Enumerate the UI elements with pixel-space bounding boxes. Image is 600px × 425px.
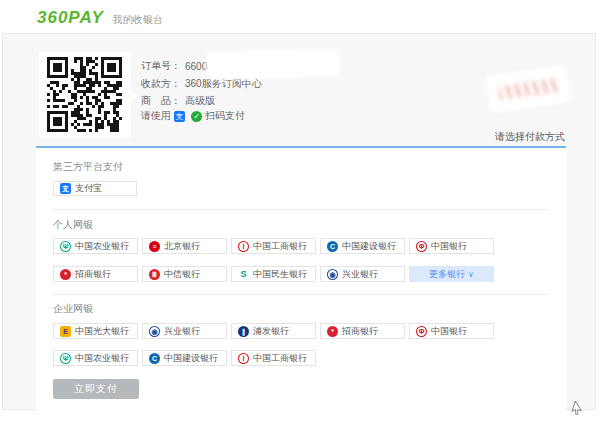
scan-prefix: 请使用 (141, 109, 171, 123)
alipay-option-label: 支付宝 (75, 182, 102, 195)
product-value: 高级版 (185, 94, 215, 108)
bank-label: 招商银行 (75, 268, 111, 281)
bank-label: 中国工商银行 (253, 352, 307, 365)
pay-now-button[interactable]: 立即支付 (53, 379, 139, 399)
censored-amount (487, 67, 569, 112)
censor-smudge (498, 78, 557, 100)
alipay-icon: 支 (174, 111, 185, 122)
censored-order-number (208, 50, 339, 77)
bank-option-button[interactable]: Φ 中国银行 (409, 238, 494, 254)
bank-option-button[interactable]: C 中国建设银行 (142, 350, 227, 366)
bank-option-button[interactable]: * 招商银行 (53, 266, 138, 282)
choose-payment-label: 请选择付款方式 (495, 130, 565, 144)
bank-option-button[interactable]: E 中国光大银行 (53, 323, 138, 339)
bank-label: 中国民生银行 (253, 268, 307, 281)
personal-banks-row-1: Ψ 中国农业银行 ≡ 北京银行 Ⅰ 中国工商银行 C (53, 238, 494, 254)
qr-code (47, 57, 122, 132)
ccb-bank-icon: C (327, 241, 338, 252)
order-number-value: 6600 (185, 61, 207, 72)
abc-bank-icon: Ψ (60, 241, 71, 252)
scan-hint-line: 请使用 支 ✓ 扫码支付 (141, 109, 245, 123)
alipay-option-button[interactable]: 支 支付宝 (53, 181, 137, 196)
payee-line: 收款方： 360服务订阅中心 (141, 77, 262, 91)
cmbc-bank-icon: S (238, 269, 249, 280)
bank-option-button[interactable]: Ψ 中国农业银行 (53, 350, 138, 366)
corporate-banks-row-1: E 中国光大银行 ◉ 兴业银行 ∥ 浦发银行 * (53, 323, 494, 339)
more-banks-button[interactable]: 更多银行 ∨ (409, 266, 494, 282)
product-line: 商 品： 高级版 (141, 94, 215, 108)
personal-banks-row-2: * 招商银行 Ⅲ 中信银行 S 中国民生银行 ◉ (53, 266, 494, 282)
qr-code-box (39, 52, 131, 138)
payment-panel: 第三方平台支付 支 支付宝 个人网银 Ψ 中国农业银行 ≡ (36, 146, 566, 410)
bank-option-button[interactable]: Ⅰ 中国工商银行 (231, 238, 316, 254)
bank-option-button[interactable]: Ψ 中国农业银行 (53, 238, 138, 254)
bank-label: 中国光大银行 (75, 325, 129, 338)
bank-label: 兴业银行 (164, 325, 200, 338)
bank-label: 北京银行 (164, 240, 200, 253)
bank-label: 中国农业银行 (75, 352, 129, 365)
bank-label: 兴业银行 (342, 268, 378, 281)
spdb-bank-icon: ∥ (238, 326, 249, 337)
bank-label: 中国工商银行 (253, 240, 307, 253)
bank-option-button[interactable]: ◉ 兴业银行 (320, 266, 405, 282)
corporate-banks-row-2: Ψ 中国农业银行 C 中国建设银行 Ⅰ 中国工商银行 (53, 350, 316, 366)
bank-label: 中国银行 (431, 325, 467, 338)
bank-label: 浦发银行 (253, 325, 289, 338)
bank-option-button[interactable]: * 招商银行 (320, 323, 405, 339)
bank-option-button[interactable]: ◉ 兴业银行 (142, 323, 227, 339)
boc-bank-icon: Φ (416, 326, 427, 337)
header-subtitle: 我的收银台 (113, 13, 163, 27)
bank-option-button[interactable]: S 中国民生银行 (231, 266, 316, 282)
payee-label: 收款方： (141, 77, 181, 91)
bank-label: 中国建设银行 (342, 240, 396, 253)
icbc-bank-icon: Ⅰ (238, 353, 249, 364)
icbc-bank-icon: Ⅰ (238, 241, 249, 252)
checkout-page: 360PAY 我的收银台 订单号： 6600 收款方： 360服务订阅中心 商 … (0, 0, 600, 425)
360pay-logo: 360PAY (37, 8, 104, 28)
cmb-bank-icon: * (327, 326, 338, 337)
cursor-icon (570, 401, 584, 417)
bob-bank-icon: ≡ (149, 241, 160, 252)
bank-option-button[interactable]: Ⅰ 中国工商银行 (231, 350, 316, 366)
checkout-card: 订单号： 6600 收款方： 360服务订阅中心 商 品： 高级版 请使用 支 … (2, 33, 596, 410)
citic-bank-icon: Ⅲ (149, 269, 160, 280)
ceb-bank-icon: E (60, 326, 71, 337)
ccb-bank-icon: C (149, 353, 160, 364)
cib-bank-icon: ◉ (327, 269, 338, 280)
payee-value: 360服务订阅中心 (185, 77, 262, 91)
wechat-pay-icon: ✓ (191, 111, 202, 122)
scan-suffix: 扫码支付 (205, 109, 245, 123)
cmb-bank-icon: * (60, 269, 71, 280)
corporate-banking-section-title: 企业网银 (53, 302, 93, 316)
section-divider (53, 294, 549, 295)
bank-option-button[interactable]: C 中国建设银行 (320, 238, 405, 254)
chevron-down-icon: ∨ (468, 270, 474, 279)
bank-option-button[interactable]: ∥ 浦发银行 (231, 323, 316, 339)
bank-label: 中国建设银行 (164, 352, 218, 365)
section-divider (53, 209, 549, 210)
bank-label: 中国农业银行 (75, 240, 129, 253)
more-banks-label: 更多银行 (429, 268, 465, 281)
third-party-row: 支 支付宝 (53, 181, 137, 196)
page-header: 360PAY 我的收银台 (37, 8, 163, 28)
personal-banking-section-title: 个人网银 (53, 218, 93, 232)
alipay-icon: 支 (60, 183, 71, 194)
bank-label: 招商银行 (342, 325, 378, 338)
cib-bank-icon: ◉ (149, 326, 160, 337)
abc-bank-icon: Ψ (60, 353, 71, 364)
order-number-label: 订单号： (141, 59, 181, 73)
boc-bank-icon: Φ (416, 241, 427, 252)
bank-option-button[interactable]: Φ 中国银行 (409, 323, 494, 339)
bank-option-button[interactable]: Ⅲ 中信银行 (142, 266, 227, 282)
bank-label: 中国银行 (431, 240, 467, 253)
bank-label: 中信银行 (164, 268, 200, 281)
order-number-line: 订单号： 6600 (141, 59, 207, 73)
bank-option-button[interactable]: ≡ 北京银行 (142, 238, 227, 254)
product-label: 商 品： (141, 94, 181, 108)
third-party-section-title: 第三方平台支付 (53, 160, 123, 174)
